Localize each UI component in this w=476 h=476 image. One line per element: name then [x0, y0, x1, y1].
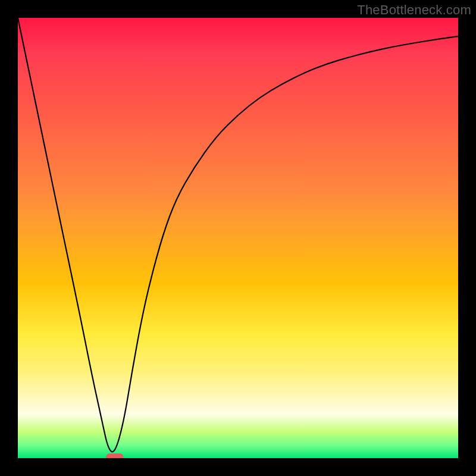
bottleneck-curve	[18, 18, 458, 452]
optimum-marker	[107, 454, 123, 458]
chart-frame: TheBottleneck.com	[0, 0, 476, 476]
watermark-text: TheBottleneck.com	[357, 2, 471, 18]
plot-area	[18, 18, 458, 458]
chart-svg	[18, 18, 458, 458]
